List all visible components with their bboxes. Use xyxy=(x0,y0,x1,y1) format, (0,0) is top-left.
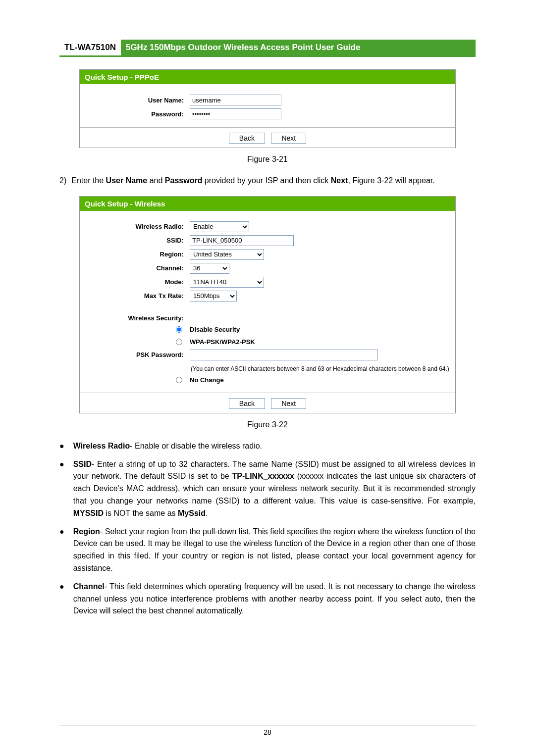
radio-wpa-psk[interactable] xyxy=(176,339,182,345)
figure-caption-2: Figure 3-22 xyxy=(59,420,476,429)
doc-title: 5GHz 150Mbps Outdoor Wireless Access Poi… xyxy=(121,40,476,55)
label-wireless-radio: Wireless Radio: xyxy=(85,223,190,230)
next-button[interactable]: Next xyxy=(271,133,306,144)
psk-password-input[interactable] xyxy=(190,350,378,360)
radio-disable-security[interactable] xyxy=(176,326,182,333)
model-label: TL-WA7510N xyxy=(59,40,121,55)
channel-select[interactable]: 36 xyxy=(190,263,229,274)
bullet-channel: Channel- This field determines which ope… xyxy=(73,581,476,617)
figure-caption-1: Figure 3-21 xyxy=(59,155,476,164)
username-input[interactable] xyxy=(190,95,281,105)
region-select[interactable]: United States xyxy=(190,249,264,260)
doc-header: TL-WA7510N 5GHz 150Mbps Outdoor Wireless… xyxy=(59,40,476,57)
psk-help-text: (You can enter ASCII characters between … xyxy=(189,363,450,372)
label-wireless-security: Wireless Security: xyxy=(85,314,190,322)
pppoe-panel: Quick Setup - PPPoE User Name: Password:… xyxy=(79,69,456,148)
label-region: Region: xyxy=(85,251,190,258)
bullet-wireless-radio: Wireless Radio- Enable or disable the wi… xyxy=(73,440,476,453)
label-password: Password: xyxy=(85,110,190,118)
password-input[interactable] xyxy=(190,108,281,119)
label-ssid: SSID: xyxy=(85,237,190,244)
ssid-input[interactable] xyxy=(190,235,294,246)
label-max-tx-rate: Max Tx Rate: xyxy=(85,292,190,300)
wireless-radio-select[interactable]: Enable xyxy=(190,221,249,232)
feature-list: Wireless Radio- Enable or disable the wi… xyxy=(59,440,476,617)
page-number: 28 xyxy=(264,728,271,736)
page-footer: 28 xyxy=(59,725,476,736)
back-button[interactable]: Back xyxy=(229,133,265,144)
next-button-2[interactable]: Next xyxy=(271,398,306,409)
maxtxrate-select[interactable]: 150Mbps xyxy=(190,291,237,302)
back-button-2[interactable]: Back xyxy=(229,398,265,409)
step-number: 2) xyxy=(59,175,71,187)
label-mode: Mode: xyxy=(85,278,190,286)
radio-no-change[interactable] xyxy=(176,377,182,383)
wireless-panel-title: Quick Setup - Wireless xyxy=(80,197,455,211)
label-username: User Name: xyxy=(85,97,190,104)
opt-wpa-psk: WPA-PSK/WPA2-PSK xyxy=(190,338,255,346)
label-channel: Channel: xyxy=(85,264,190,272)
mode-select[interactable]: 11NA HT40 xyxy=(190,277,264,288)
bullet-region: Region- Select your region from the pull… xyxy=(73,526,476,575)
step2-text: 2) Enter the User Name and Password prov… xyxy=(59,175,476,187)
opt-no-change: No Change xyxy=(190,376,224,384)
bullet-ssid: SSID- Enter a string of up to 32 charact… xyxy=(73,458,476,520)
opt-disable-security: Disable Security xyxy=(190,326,240,333)
pppoe-panel-title: Quick Setup - PPPoE xyxy=(80,70,455,84)
label-psk-password: PSK Password: xyxy=(85,351,190,358)
wireless-panel: Quick Setup - Wireless Wireless Radio: E… xyxy=(79,196,456,413)
